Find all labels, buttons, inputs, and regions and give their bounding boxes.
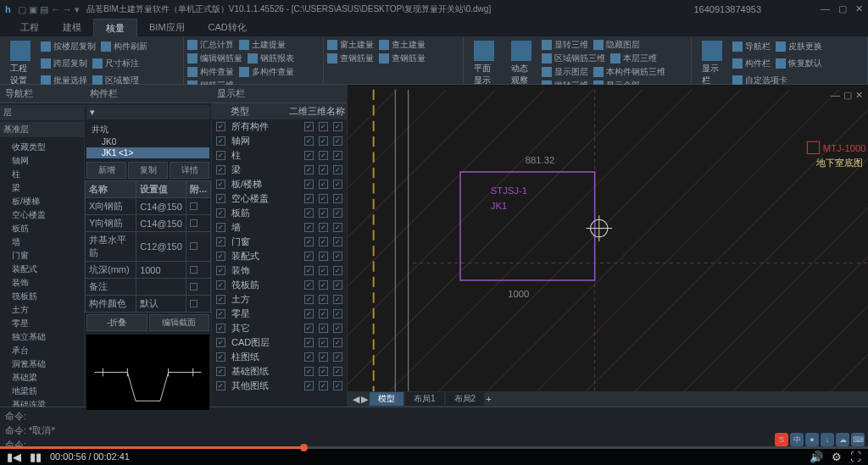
ribbon-item[interactable]: 多构件查量	[239, 66, 294, 78]
ribbon-item[interactable]: 跨层复制	[41, 56, 87, 71]
disp-row[interactable]: ✓梁✓✓✓	[212, 163, 347, 177]
comp-root[interactable]: 井坑	[86, 123, 209, 136]
nav-node[interactable]: 柱	[0, 168, 84, 181]
ribbon-item[interactable]: 查钢筋量	[379, 53, 426, 64]
ribbon-item[interactable]: 显示图层	[542, 66, 588, 78]
disp-row[interactable]: ✓筏板筋✓✓✓	[212, 278, 347, 292]
disp-row[interactable]: ✓装饰✓✓✓	[212, 263, 347, 278]
comp-dropdown[interactable]: ▾	[86, 105, 209, 119]
ribbon-item[interactable]: 恢复默认	[776, 56, 822, 71]
disp-row[interactable]: ✓零星✓✓✓	[212, 307, 347, 321]
pause-icon[interactable]: ▮▮	[30, 451, 42, 463]
close-icon[interactable]: ✕	[855, 3, 863, 14]
vp-nav-left[interactable]: ◀	[353, 394, 359, 405]
disp-row[interactable]: ✓土方✓✓✓	[212, 292, 347, 307]
maximize-icon[interactable]: ▢	[838, 3, 847, 14]
settings-icon[interactable]: ⚙	[832, 451, 842, 463]
ribbon-item[interactable]: 编辑钢筋量	[187, 53, 242, 64]
nav-node[interactable]: 独立基础	[0, 330, 84, 344]
nav-node[interactable]: 墙	[0, 235, 84, 249]
ribbon-item[interactable]: 本层三维	[610, 53, 657, 64]
ribbon-item[interactable]: 查钢筋量	[327, 53, 374, 64]
ribbon-item[interactable]: 构件刷新	[101, 39, 147, 54]
ribbon-item[interactable]: 窗土建量	[327, 39, 374, 51]
ribbon-item[interactable]: 查土建量	[379, 39, 426, 51]
btn-copy[interactable]: 复制	[128, 162, 168, 179]
disp-row[interactable]: ✓柱图纸✓✓✓	[212, 350, 347, 364]
ribbon-big[interactable]: 显示栏	[695, 39, 729, 88]
ribbon-item[interactable]: 皮肤更换	[776, 39, 822, 54]
vp-min-icon[interactable]: —	[831, 90, 840, 101]
quick-access[interactable]: ▢ ▣ ▤ ← → ▾	[18, 4, 80, 15]
nav-node[interactable]: 洞篦基础	[0, 357, 84, 371]
nav-node[interactable]: 空心楼盖	[0, 208, 84, 222]
ribbon-item[interactable]: 隐藏图层	[593, 39, 640, 51]
drawing-viewport[interactable]: STJSJ-1 JK1 881.32 1000 MTJ-1000 地下室底图 —…	[348, 85, 868, 407]
floor-dropdown[interactable]: 层	[0, 105, 84, 120]
nav-node[interactable]: 承台	[0, 344, 84, 357]
nav-node[interactable]: 装配式	[0, 263, 84, 276]
prop-row[interactable]: X向钢筋C14@150	[86, 198, 211, 215]
ribbon-item[interactable]: 钢筋报表	[248, 53, 294, 64]
play-prev-icon[interactable]: ▮◀	[7, 451, 21, 463]
tray-icon-5[interactable]: ⌨	[851, 433, 865, 446]
vp-tab-model[interactable]: 模型	[370, 392, 403, 406]
disp-row[interactable]: ✓门窗✓✓✓	[212, 235, 347, 249]
disp-row[interactable]: ✓其他图纸✓✓✓	[212, 379, 347, 393]
vp-tab-layout2[interactable]: 布局2	[446, 392, 485, 406]
tab-bim[interactable]: BIM应用	[137, 19, 197, 36]
nav-node[interactable]: 板筋	[0, 222, 84, 235]
nav-node[interactable]: 装饰	[0, 276, 84, 290]
btn-detail[interactable]: 详情	[170, 162, 209, 179]
ribbon-item[interactable]: 导航栏	[732, 39, 771, 54]
ribbon-item[interactable]: 汇总计算	[187, 39, 234, 51]
prop-row[interactable]: 构件颜色默认	[86, 296, 211, 313]
disp-row[interactable]: ✓板/楼梯✓✓✓	[212, 177, 347, 191]
disp-row[interactable]: ✓基础图纸✓✓✓	[212, 364, 347, 379]
comp-item-1[interactable]: JK1 <1>	[86, 147, 209, 158]
disp-row[interactable]: ✓柱✓✓✓	[212, 148, 347, 163]
tray-icon-4[interactable]: ☁	[836, 433, 849, 446]
ribbon-item[interactable]: 显转三维	[542, 39, 588, 51]
nav-node[interactable]: 门窗	[0, 249, 84, 263]
fullscreen-icon[interactable]: ⛶	[850, 451, 861, 463]
prop-row[interactable]: 坑深(mm)1000	[86, 262, 211, 279]
btn-new[interactable]: 新增	[86, 162, 126, 179]
volume-icon[interactable]: 🔊	[810, 451, 823, 463]
disp-row[interactable]: ✓所有构件✓✓✓	[212, 119, 347, 134]
nav-node[interactable]: 收藏类型	[0, 141, 84, 154]
vp-tab-add[interactable]: +	[486, 394, 491, 404]
tray-icon-s[interactable]: S	[775, 433, 788, 446]
nav-node[interactable]: 板/楼梯	[0, 195, 84, 208]
disp-row[interactable]: ✓CAD图层✓✓✓	[212, 335, 347, 350]
prop-row[interactable]: 井基水平筋C12@150	[86, 232, 211, 262]
ribbon-item[interactable]: 构件查量	[187, 66, 234, 78]
disp-row[interactable]: ✓轴网✓✓✓	[212, 134, 347, 148]
tab-model[interactable]: 建模	[51, 19, 93, 36]
ribbon-item[interactable]: 构件栏	[732, 56, 771, 71]
nav-node[interactable]: 零星	[0, 317, 84, 330]
disp-row[interactable]: ✓板筋✓✓✓	[212, 206, 347, 220]
tab-project[interactable]: 工程	[8, 19, 51, 36]
vp-tab-layout1[interactable]: 布局1	[405, 392, 444, 406]
nav-node[interactable]: 梁	[0, 181, 84, 195]
tray-icon-1[interactable]: 中	[790, 433, 804, 446]
tab-check[interactable]: 核量	[93, 19, 137, 37]
ribbon-item[interactable]: 按楼层复制	[41, 39, 96, 54]
nav-node[interactable]: 轴网	[0, 154, 84, 168]
ribbon-item[interactable]: 土建提量	[239, 39, 286, 51]
nav-node[interactable]: 地梁筋	[0, 385, 84, 398]
ribbon-item[interactable]: 本构件钢筋三维	[593, 66, 665, 78]
vp-nav-right[interactable]: ▶	[361, 394, 368, 405]
ribbon-item[interactable]: 尺寸标注	[92, 56, 139, 71]
btn-collapse[interactable]: -折叠	[86, 314, 147, 331]
comp-item-0[interactable]: JK0	[86, 136, 209, 147]
tray-icon-2[interactable]: ●	[805, 433, 819, 446]
base-dropdown[interactable]: 基准层	[0, 122, 84, 137]
ribbon-big[interactable]: 工程设置	[3, 39, 37, 88]
nav-node[interactable]: 土方	[0, 303, 84, 317]
disp-row[interactable]: ✓墙✓✓✓	[212, 220, 347, 235]
disp-row[interactable]: ✓其它✓✓✓	[212, 321, 347, 335]
nav-node[interactable]: 基础梁	[0, 371, 84, 385]
disp-row[interactable]: ✓空心楼盖✓✓✓	[212, 191, 347, 206]
